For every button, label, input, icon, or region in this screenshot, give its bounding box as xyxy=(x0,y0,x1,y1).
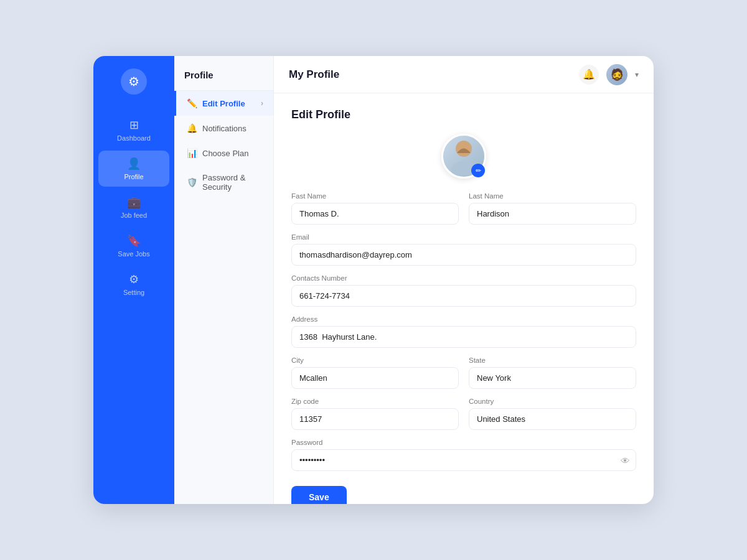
password-row: Password 👁 xyxy=(291,439,636,471)
edit-avatar-icon: ✏ xyxy=(476,167,481,175)
choose-plan-icon: 📊 xyxy=(186,148,197,158)
password-wrapper: 👁 xyxy=(291,449,636,471)
city-label: City xyxy=(291,357,459,364)
app-container: ⚙ ⊞ Dashboard 👤 Profile 💼 Job feed 🔖 Sav… xyxy=(93,56,654,504)
avatar-face-icon: 🧔 xyxy=(610,68,624,82)
menu-item-password-security[interactable]: 🛡️ Password & Security xyxy=(174,166,273,199)
middle-panel-title: Profile xyxy=(184,70,214,80)
password-security-icon: 🛡️ xyxy=(186,177,197,187)
notification-bell-button[interactable]: 🔔 xyxy=(579,65,599,85)
topbar: My Profile 🔔 🧔 ▾ xyxy=(274,56,654,93)
menu-label-notifications: Notifications xyxy=(202,124,247,133)
sidebar-logo: ⚙ xyxy=(121,68,147,95)
city-input[interactable] xyxy=(291,367,459,389)
address-input[interactable] xyxy=(291,326,636,348)
password-input[interactable] xyxy=(291,449,636,471)
sidebar-item-save-jobs[interactable]: 🔖 Save Jobs xyxy=(98,228,169,264)
email-row: Email xyxy=(291,233,636,266)
user-dropdown-icon[interactable]: ▾ xyxy=(635,70,639,79)
user-avatar-topbar[interactable]: 🧔 xyxy=(606,64,627,85)
menu-item-choose-plan[interactable]: 📊 Choose Plan xyxy=(174,141,273,166)
sidebar-item-dashboard[interactable]: ⊞ Dashboard xyxy=(98,112,169,148)
eye-toggle-icon[interactable]: 👁 xyxy=(621,455,630,465)
last-name-label: Last Name xyxy=(469,192,636,200)
city-state-row: City State xyxy=(291,357,636,389)
zip-label: Zip code xyxy=(291,398,459,405)
sidebar-label-save-jobs: Save Jobs xyxy=(118,250,149,258)
sidebar-label-job-feed: Job feed xyxy=(121,212,147,219)
zip-country-row: Zip code Country xyxy=(291,398,636,430)
contacts-row: Contacts Number xyxy=(291,274,636,307)
page-title: My Profile xyxy=(289,68,339,81)
avatar-section: ✏ xyxy=(291,134,636,179)
password-label: Password xyxy=(291,439,636,446)
avatar-wrapper: ✏ xyxy=(441,134,486,179)
profile-icon: 👤 xyxy=(127,157,141,170)
notifications-icon: 🔔 xyxy=(186,123,197,133)
menu-label-edit-profile: Edit Profile xyxy=(202,99,245,108)
logo-icon: ⚙ xyxy=(128,74,139,89)
contacts-input[interactable] xyxy=(291,285,636,307)
name-row: Fast Name Last Name xyxy=(291,192,636,225)
sidebar-label-profile: Profile xyxy=(124,173,143,180)
menu-item-edit-profile[interactable]: ✏️ Edit Profile › xyxy=(174,91,273,116)
email-input[interactable] xyxy=(291,244,636,266)
setting-icon: ⚙ xyxy=(129,273,139,286)
form-title: Edit Profile xyxy=(291,108,636,121)
chevron-right-icon: › xyxy=(261,99,263,108)
zip-group: Zip code xyxy=(291,398,459,430)
sidebar-nav: ⊞ Dashboard 👤 Profile 💼 Job feed 🔖 Save … xyxy=(93,112,174,302)
state-label: State xyxy=(469,357,636,364)
last-name-group: Last Name xyxy=(469,192,636,225)
menu-label-choose-plan: Choose Plan xyxy=(202,149,248,158)
edit-profile-icon: ✏️ xyxy=(186,98,197,108)
address-label: Address xyxy=(291,315,636,323)
middle-panel: Profile ✏️ Edit Profile › 🔔 Notification… xyxy=(174,56,274,504)
contacts-label: Contacts Number xyxy=(291,274,636,282)
state-input[interactable] xyxy=(469,367,636,389)
topbar-actions: 🔔 🧔 ▾ xyxy=(579,64,639,85)
main-content: My Profile 🔔 🧔 ▾ Edit Profile xyxy=(274,56,654,504)
first-name-input[interactable] xyxy=(291,203,459,225)
form-area: Edit Profile ✏ xyxy=(274,93,654,504)
country-label: Country xyxy=(469,398,636,405)
save-jobs-icon: 🔖 xyxy=(127,234,141,248)
menu-item-notifications[interactable]: 🔔 Notifications xyxy=(174,116,273,141)
middle-panel-header: Profile xyxy=(174,56,273,91)
job-feed-icon: 💼 xyxy=(127,195,141,209)
first-name-group: Fast Name xyxy=(291,192,459,225)
sidebar: ⚙ ⊞ Dashboard 👤 Profile 💼 Job feed 🔖 Sav… xyxy=(93,56,174,504)
state-group: State xyxy=(469,357,636,389)
password-group: Password 👁 xyxy=(291,439,636,471)
sidebar-label-setting: Setting xyxy=(123,289,144,296)
bell-icon: 🔔 xyxy=(583,68,595,80)
last-name-input[interactable] xyxy=(469,203,636,225)
menu-label-password-security: Password & Security xyxy=(202,173,263,192)
email-label: Email xyxy=(291,233,636,241)
country-input[interactable] xyxy=(469,408,636,430)
zip-input[interactable] xyxy=(291,408,459,430)
city-group: City xyxy=(291,357,459,389)
address-row: Address xyxy=(291,315,636,348)
address-group: Address xyxy=(291,315,636,348)
first-name-label: Fast Name xyxy=(291,192,459,200)
contacts-group: Contacts Number xyxy=(291,274,636,307)
sidebar-item-profile[interactable]: 👤 Profile xyxy=(98,151,169,187)
email-group: Email xyxy=(291,233,636,266)
dashboard-icon: ⊞ xyxy=(129,118,139,132)
sidebar-item-job-feed[interactable]: 💼 Job feed xyxy=(98,189,169,225)
sidebar-item-setting[interactable]: ⚙ Setting xyxy=(98,266,169,302)
country-group: Country xyxy=(469,398,636,430)
sidebar-label-dashboard: Dashboard xyxy=(117,134,151,142)
avatar-edit-button[interactable]: ✏ xyxy=(471,164,485,177)
save-button[interactable]: Save xyxy=(291,486,347,504)
